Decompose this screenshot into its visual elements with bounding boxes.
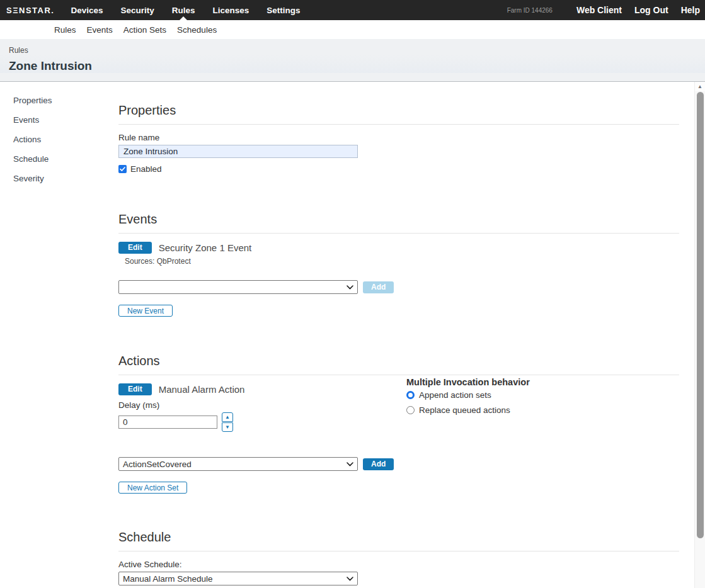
sidebar-item-actions[interactable]: Actions [0,133,118,152]
subnav-events[interactable]: Events [87,25,113,35]
chevron-down-icon [347,577,353,581]
events-heading: Events [118,212,679,234]
top-right-menu: Farm ID 144266 Web Client Log Out Help [507,5,700,15]
schedule-select-row: Manual Alarm Schedule [118,572,679,585]
page-title: Zone Intrusion [0,55,705,73]
delay-input[interactable]: 0 [118,416,217,429]
spacer [118,494,679,530]
radio-checked-icon[interactable] [406,391,415,399]
top-menu-licenses[interactable]: Licenses [207,0,256,20]
top-menu-devices[interactable]: Devices [64,0,109,20]
top-menu-settings[interactable]: Settings [260,0,306,20]
properties-section: Properties Rule name Zone Intrusion Enab… [118,103,679,174]
action-name: Manual Alarm Action [159,384,245,395]
log-out-link[interactable]: Log Out [634,5,668,15]
web-client-link[interactable]: Web Client [576,5,622,15]
sidebar-item-properties[interactable]: Properties [0,94,118,113]
senstar-logo[interactable]: SΞNSTAR. [6,6,54,15]
enabled-label: Enabled [130,164,162,174]
invocation-heading: Multiple Invocation behavior [406,377,671,387]
section-sidebar: Properties Events Actions Schedule Sever… [0,82,118,587]
active-menu-caret [180,16,187,20]
sidebar-item-events[interactable]: Events [0,113,118,133]
top-menu: Devices Security Rules Licenses Settings [64,0,311,20]
sidebar-item-schedule[interactable]: Schedule [0,152,118,172]
top-navigation-bar: SΞNSTAR. Devices Security Rules Licenses… [0,0,705,20]
scrollbar-thumb[interactable] [697,92,704,538]
radio-label: Append action sets [419,390,491,400]
enabled-checkbox[interactable] [118,165,127,173]
add-action-set-row: ActionSetCovered Add [118,457,679,471]
chevron-down-icon [347,285,353,290]
schedule-section: Schedule Active Schedule: Manual Alarm S… [118,530,679,588]
event-select[interactable] [118,280,358,294]
main-area: Properties Events Actions Schedule Sever… [0,82,705,587]
subnav-action-sets[interactable]: Action Sets [123,25,166,35]
multiple-invocation-block: Multiple Invocation behavior Append acti… [406,377,671,421]
spinner-up-button[interactable]: ▲ [222,412,233,422]
spinner-down-button[interactable]: ▼ [222,422,233,432]
delay-spinner: ▲ ▼ [222,412,233,432]
farm-id-label: Farm ID 144266 [507,7,553,14]
edit-event-button[interactable]: Edit [118,242,152,254]
properties-heading: Properties [118,103,679,125]
add-action-set-button[interactable]: Add [363,458,394,470]
chevron-down-icon [347,462,353,466]
schedule-heading: Schedule [118,530,679,551]
page-header: Rules Zone Intrusion [0,39,705,82]
scrollbar-up-arrow[interactable]: ▲ [695,82,705,91]
spacer [118,317,679,354]
spacer [118,174,679,212]
schedule-select-value: Manual Alarm Schedule [123,574,213,584]
radio-unchecked-icon[interactable] [406,406,415,414]
subnav-rules[interactable]: Rules [54,25,76,35]
help-link[interactable]: Help [681,5,700,15]
replace-queued-actions-option[interactable]: Replace queued actions [406,405,671,415]
rules-subnav: Rules Events Action Sets Schedules [0,20,705,39]
enabled-row: Enabled [118,164,679,174]
action-set-select-value: ActionSetCovered [123,460,192,469]
breadcrumb[interactable]: Rules [0,39,705,55]
schedule-select[interactable]: Manual Alarm Schedule [118,572,358,585]
add-event-button[interactable]: Add [363,281,394,293]
active-schedule-label: Active Schedule: [118,560,679,569]
events-section: Events Edit Security Zone 1 Event Source… [118,212,679,317]
sidebar-item-severity[interactable]: Severity [0,172,118,191]
top-menu-security[interactable]: Security [115,0,161,20]
rule-name-input[interactable]: Zone Intrusion [118,145,358,158]
actions-heading: Actions [118,354,679,375]
event-item-row: Edit Security Zone 1 Event [118,242,679,254]
checkmark-icon [119,166,126,172]
vertical-scrollbar[interactable]: ▲ [694,82,705,588]
content-area: Properties Rule name Zone Intrusion Enab… [118,82,687,587]
new-event-button[interactable]: New Event [118,305,173,317]
append-action-sets-option[interactable]: Append action sets [406,390,671,400]
add-event-row: Add [118,280,679,294]
event-sources: Sources: QbProtect [125,257,679,266]
event-name: Security Zone 1 Event [159,242,252,253]
edit-action-button[interactable]: Edit [118,383,152,395]
actions-section: Actions Edit Manual Alarm Action Delay (… [118,354,679,494]
radio-label: Replace queued actions [419,405,510,415]
new-action-set-button[interactable]: New Action Set [118,482,187,494]
action-set-select[interactable]: ActionSetCovered [118,457,358,471]
subnav-schedules[interactable]: Schedules [177,25,217,35]
rule-name-label: Rule name [118,133,679,142]
top-menu-rules[interactable]: Rules [166,0,202,20]
